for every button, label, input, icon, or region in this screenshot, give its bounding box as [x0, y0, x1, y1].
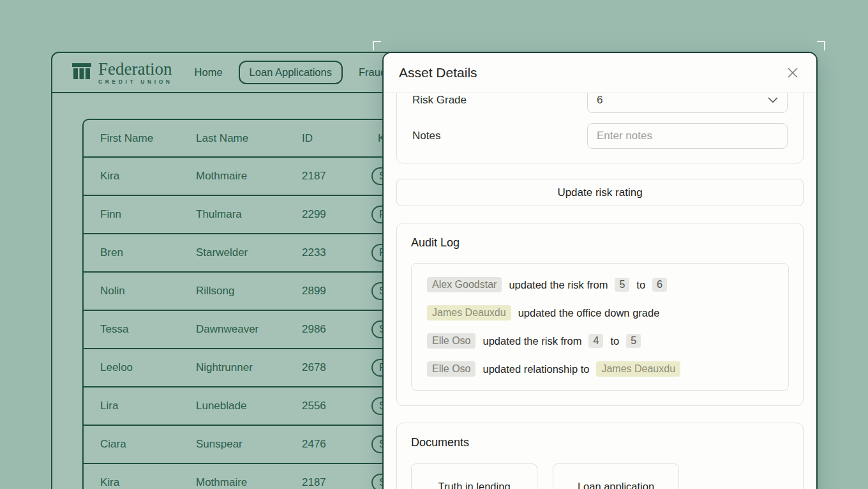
audit-text: updated the office down grade: [518, 307, 660, 319]
risk-form-card: Risk Grade 6 Notes: [396, 93, 804, 163]
risk-grade-value: 6: [597, 94, 602, 107]
audit-log-entry: Alex Goodstarupdated the risk from5to6: [427, 271, 773, 299]
audit-log-title: Audit Log: [411, 236, 789, 250]
cell-id: 2299: [302, 208, 371, 221]
cell-first-name: Leeloo: [100, 361, 196, 374]
nav-item-loan-applications[interactable]: Loan Applications: [239, 61, 343, 84]
cell-first-name: Kira: [100, 170, 196, 183]
audit-chip: 5: [615, 278, 629, 292]
cell-last-name: Luneblade: [196, 400, 302, 412]
notes-input[interactable]: [587, 123, 788, 149]
cell-id: 2476: [302, 438, 371, 451]
audit-log-card: Audit Log Alex Goodstarupdated the risk …: [396, 223, 804, 406]
audit-chip: Alex Goodstar: [427, 277, 502, 292]
update-risk-rating-button[interactable]: Update risk rating: [396, 179, 804, 206]
modal-title: Asset Details: [399, 65, 477, 80]
cell-last-name: Mothmaire: [196, 476, 302, 489]
audit-text: to: [636, 279, 645, 291]
cell-last-name: Rillsong: [196, 285, 302, 297]
audit-log-entry: Elle Osoupdated relationship toJames Dea…: [427, 355, 773, 383]
modal-header: Asset Details: [384, 53, 816, 93]
audit-log-entry: James Deauxduupdated the office down gra…: [427, 299, 773, 327]
cell-first-name: Lira: [100, 400, 196, 412]
risk-grade-label: Risk Grade: [412, 94, 587, 107]
cell-id: 2678: [302, 361, 371, 374]
brand: Federation CREDIT UNION: [71, 61, 173, 85]
documents-card: Documents Truth in lendingLoan applicati…: [396, 423, 804, 489]
cell-id: 2556: [302, 400, 371, 412]
cell-id: 2187: [302, 170, 371, 183]
documents-list: Truth in lendingLoan application: [411, 463, 789, 489]
cell-first-name: Nolin: [100, 285, 196, 297]
cell-last-name: Nightrunner: [196, 361, 302, 374]
audit-text: updated the risk from: [509, 279, 608, 291]
notes-label: Notes: [412, 130, 587, 142]
audit-text: updated the risk from: [483, 335, 581, 347]
cell-last-name: Starwelder: [196, 246, 302, 259]
audit-text: to: [610, 335, 619, 347]
cell-first-name: Kira: [100, 476, 196, 489]
audit-log-list: Alex Goodstarupdated the risk from5to6Ja…: [411, 263, 789, 391]
document-card[interactable]: Truth in lending: [411, 463, 537, 489]
risk-grade-select[interactable]: 6: [587, 93, 788, 113]
audit-log-entry: Elle Osoupdated the risk from4to5: [427, 327, 773, 355]
cell-first-name: Finn: [100, 208, 196, 221]
cell-first-name: Ciara: [100, 438, 196, 451]
document-card[interactable]: Loan application: [553, 463, 679, 489]
cell-id: 2233: [302, 246, 371, 259]
cell-last-name: Sunspear: [196, 438, 302, 451]
crop-mark-top-left-icon: [373, 41, 381, 50]
modal-body: Risk Grade 6 Notes Update risk rating Au…: [384, 93, 816, 489]
cell-id: 2986: [302, 323, 371, 336]
brand-name: Federation: [98, 61, 173, 77]
cell-first-name: Bren: [100, 246, 196, 259]
brand-tagline: CREDIT UNION: [98, 79, 173, 85]
cell-last-name: Mothmaire: [196, 170, 302, 183]
audit-chip: James Deauxdu: [596, 361, 680, 377]
main-nav: HomeLoan ApplicationsFraud: [193, 61, 387, 84]
audit-chip: Elle Oso: [427, 361, 475, 377]
cell-id: 2899: [302, 285, 371, 297]
column-header: First Name: [100, 132, 196, 145]
column-header: ID: [302, 132, 371, 145]
chevron-down-icon: [768, 94, 778, 107]
column-header: Last Name: [196, 132, 302, 145]
audit-chip: Elle Oso: [427, 333, 475, 349]
cell-first-name: Tessa: [100, 323, 196, 336]
audit-chip: 4: [588, 334, 603, 348]
cell-last-name: Thulmara: [196, 208, 302, 221]
audit-chip: James Deauxdu: [427, 305, 511, 320]
audit-text: updated relationship to: [483, 363, 589, 375]
close-icon[interactable]: [784, 64, 801, 81]
audit-chip: 6: [652, 278, 667, 292]
documents-title: Documents: [411, 436, 789, 449]
cell-last-name: Dawnweaver: [196, 323, 302, 336]
asset-details-modal: Asset Details Risk Grade 6: [382, 52, 818, 489]
nav-item-home[interactable]: Home: [193, 61, 224, 84]
audit-chip: 5: [626, 334, 641, 348]
bank-columns-icon: [71, 62, 92, 84]
crop-mark-top-right-icon: [817, 41, 825, 50]
cell-id: 2187: [302, 476, 371, 489]
